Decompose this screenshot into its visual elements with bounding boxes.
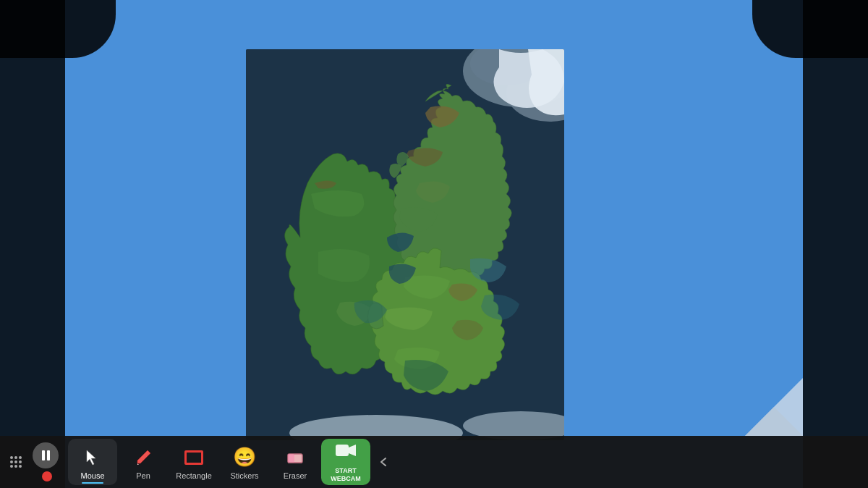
svg-marker-13 [349, 445, 356, 456]
edge-right [803, 0, 868, 488]
mouse-icon [80, 445, 106, 471]
edge-left [0, 0, 65, 488]
corner-tl [0, 0, 116, 58]
rectangle-icon [181, 445, 207, 471]
webcam-icon [335, 442, 357, 465]
corner-fold [745, 378, 803, 436]
rectangle-tool-button[interactable]: Rectangle [169, 439, 218, 485]
rectangle-tool-label: Rectangle [176, 472, 212, 480]
active-tool-indicator [82, 482, 103, 484]
eraser-tool-label: Eraser [284, 472, 307, 480]
pen-icon [130, 445, 156, 471]
svg-rect-12 [336, 445, 349, 456]
pen-tool-button[interactable]: Pen [119, 439, 168, 485]
start-webcam-button[interactable]: STARTWEBCAM [321, 439, 370, 485]
mouse-tool-button[interactable]: Mouse [68, 439, 117, 485]
map-container [246, 49, 564, 440]
toolbar: Mouse Pen Rectangle 😄 Stickers [0, 436, 868, 488]
pause-button[interactable] [33, 442, 59, 468]
stickers-tool-label: Stickers [230, 472, 258, 480]
stickers-tool-button[interactable]: 😄 Stickers [220, 439, 269, 485]
mouse-tool-label: Mouse [80, 472, 104, 480]
stickers-icon: 😄 [231, 445, 258, 471]
eraser-icon [282, 445, 308, 471]
record-indicator [42, 471, 52, 481]
collapse-toolbar-button[interactable] [373, 447, 393, 476]
pen-tool-label: Pen [136, 472, 150, 480]
eraser-tool-button[interactable]: Eraser [271, 439, 320, 485]
svg-rect-10 [288, 454, 294, 463]
webcam-label: STARTWEBCAM [331, 467, 361, 483]
grid-menu-button[interactable] [6, 447, 26, 476]
corner-tr [752, 0, 868, 58]
